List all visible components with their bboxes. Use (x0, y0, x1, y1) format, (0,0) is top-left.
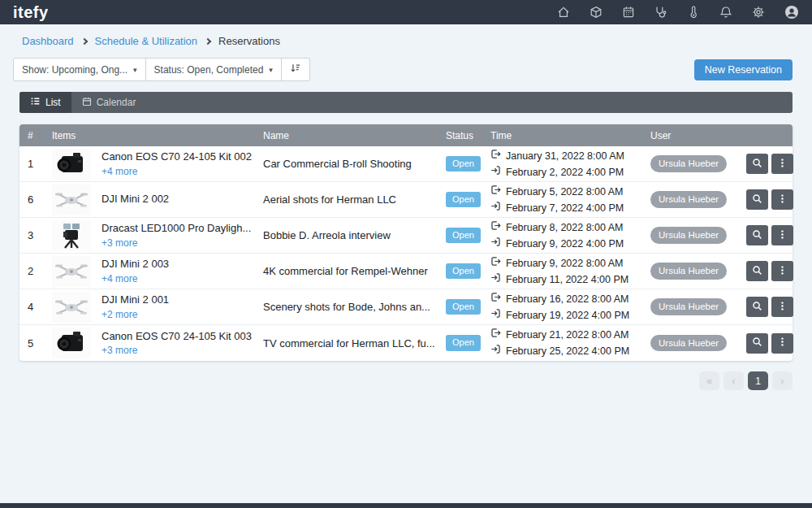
item-thumbnail (52, 256, 91, 287)
filter-button-group: Show: Upcoming, Ong... ▾ Status: Open, C… (13, 58, 310, 81)
table-row[interactable]: 2 DJI Mini 2 003 +4 more 4K commercial f… (19, 254, 793, 289)
caret-down-icon: ▾ (133, 66, 137, 74)
table-row[interactable]: 4 DJI Mini 2 001 +2 more Scenery shots f… (19, 289, 793, 325)
tab-calendar[interactable]: Calendar (71, 92, 147, 113)
calendar-icon[interactable] (622, 6, 635, 19)
thermometer-icon[interactable] (687, 6, 700, 19)
item-name: Dracast LED1000 Pro Dayligh... (102, 222, 251, 234)
row-menu-button[interactable] (771, 154, 793, 174)
time-cell: February 5, 2022 8:00 AM February 7, 202… (482, 184, 642, 216)
item-thumbnail (52, 292, 91, 323)
items-cell: Canon EOS C70 24-105 Kit 002 +4 more (44, 149, 255, 180)
row-menu-button[interactable] (771, 261, 793, 281)
checkout-icon (490, 327, 501, 343)
row-number: 4 (19, 301, 44, 313)
row-actions (738, 261, 801, 281)
table-row[interactable]: 1 Canon EOS C70 24-105 Kit 002 +4 more C… (19, 146, 793, 182)
user-badge[interactable]: Ursula Hueber (650, 335, 727, 352)
more-items-link[interactable]: +4 more (102, 166, 137, 177)
user-badge[interactable]: Ursula Hueber (650, 191, 727, 208)
cube-icon[interactable] (590, 6, 603, 19)
stethoscope-icon[interactable] (654, 6, 667, 19)
item-thumbnail (52, 185, 91, 215)
status-badge: Open (446, 228, 481, 243)
checkin-icon (490, 271, 501, 288)
table-row[interactable]: 3 Dracast LED1000 Pro Dayligh... +3 more… (19, 218, 793, 254)
reservation-name: Scenery shots for Bode, Johns an... (255, 301, 438, 313)
header-items: Items (44, 130, 255, 141)
caret-down-icon: ▾ (269, 66, 273, 74)
topbar-icon-group (557, 5, 799, 20)
row-actions (738, 333, 801, 354)
breadcrumb-schedule-utilization[interactable]: Schedule & Utilization (95, 35, 197, 47)
user-badge[interactable]: Ursula Hueber (650, 155, 727, 172)
new-reservation-button[interactable]: New Reservation (694, 59, 793, 80)
row-menu-button[interactable] (771, 297, 793, 317)
show-filter-dropdown[interactable]: Show: Upcoming, Ong... ▾ (13, 58, 146, 81)
items-cell: Canon EOS C70 24-105 Kit 003 +3 more (44, 328, 255, 358)
more-items-link[interactable]: +3 more (102, 237, 137, 249)
home-icon[interactable] (557, 6, 570, 19)
kebab-menu-icon (777, 193, 788, 206)
view-reservation-button[interactable] (746, 225, 768, 245)
status-filter-dropdown[interactable]: Status: Open, Completed ▾ (146, 58, 282, 81)
account-icon[interactable] (784, 5, 799, 20)
magnifier-icon (752, 158, 762, 171)
pagination-prev-button[interactable]: ‹ (723, 371, 744, 390)
table-row[interactable]: 6 DJI Mini 2 002 Aerial shots for Herman… (19, 182, 793, 218)
top-navbar: itefy (0, 0, 812, 24)
more-items-link[interactable]: +4 more (102, 273, 137, 284)
status-filter-label: Status: Open, Completed (154, 64, 264, 76)
view-reservation-button[interactable] (746, 154, 768, 174)
gear-icon[interactable] (752, 6, 765, 19)
row-actions (738, 297, 801, 317)
header-num: # (19, 130, 44, 141)
row-menu-button[interactable] (771, 333, 793, 354)
user-badge[interactable]: Ursula Hueber (650, 298, 727, 315)
kebab-menu-icon (777, 229, 788, 242)
sort-amount-icon (290, 63, 301, 76)
list-icon (30, 96, 41, 109)
user-badge[interactable]: Ursula Hueber (650, 263, 727, 280)
more-items-link[interactable]: +3 more (102, 345, 137, 356)
status-badge: Open (446, 192, 481, 207)
checkin-icon (490, 307, 501, 323)
view-reservation-button[interactable] (746, 261, 768, 281)
pagination-page-1[interactable]: 1 (748, 371, 768, 390)
checkout-icon (490, 219, 501, 236)
checkout-icon (490, 184, 501, 200)
page: itefy Dashboard Schedule & Utilization R… (0, 0, 812, 508)
user-badge[interactable]: Ursula Hueber (650, 227, 727, 244)
more-items-link[interactable]: +2 more (102, 309, 137, 320)
breadcrumb: Dashboard Schedule & Utilization Reserva… (0, 24, 812, 47)
status-badge: Open (446, 263, 481, 279)
row-menu-button[interactable] (771, 189, 793, 210)
end-time: February 19, 2022 4:00 PM (506, 307, 629, 323)
sort-button[interactable] (282, 58, 310, 81)
start-time: February 16, 2022 8:00 AM (506, 291, 628, 307)
row-number: 6 (19, 193, 44, 206)
header-time: Time (482, 130, 642, 141)
breadcrumb-dashboard[interactable]: Dashboard (22, 35, 74, 47)
row-number: 3 (19, 229, 44, 241)
reservation-name: TV commercial for Herman LLC, fu... (255, 337, 438, 350)
bell-icon[interactable] (719, 6, 732, 19)
tab-list[interactable]: List (19, 92, 71, 113)
start-time: February 9, 2022 8:00 AM (506, 255, 624, 271)
view-reservation-button[interactable] (746, 297, 768, 317)
start-time: February 5, 2022 8:00 AM (506, 184, 624, 200)
time-cell: February 16, 2022 8:00 AM February 19, 2… (482, 291, 642, 323)
start-time: February 8, 2022 8:00 AM (506, 219, 624, 236)
checkin-icon (490, 236, 501, 252)
view-reservation-button[interactable] (746, 189, 768, 210)
chevron-right-icon (80, 37, 87, 44)
checkout-icon (490, 148, 501, 164)
pagination-first-button[interactable]: « (699, 371, 719, 390)
pagination-next-button[interactable]: › (772, 371, 793, 390)
row-menu-button[interactable] (771, 225, 793, 245)
time-cell: February 8, 2022 8:00 AM February 9, 202… (482, 219, 642, 252)
row-actions (738, 225, 801, 245)
item-thumbnail (52, 149, 91, 180)
table-row[interactable]: 5 Canon EOS C70 24-105 Kit 003 +3 more T… (19, 325, 793, 361)
view-reservation-button[interactable] (746, 333, 768, 354)
